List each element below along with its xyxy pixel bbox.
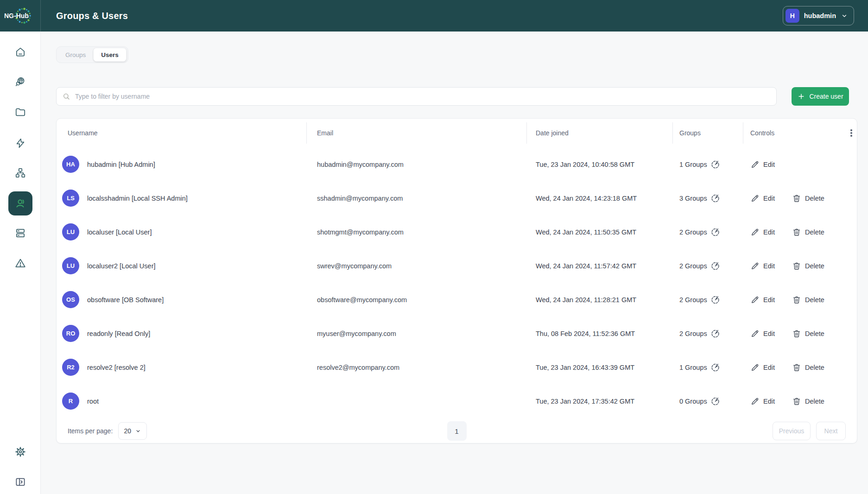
delete-trash-icon	[792, 363, 801, 372]
sidebar-item-alerts[interactable]	[12, 255, 29, 272]
sidebar-item-inventory[interactable]	[12, 225, 29, 241]
chevron-down-icon	[135, 428, 141, 434]
previous-page-button[interactable]: Previous	[773, 422, 811, 440]
date-joined-text: Wed, 24 Jan 2024, 14:23:18 GMT	[526, 195, 672, 202]
username-text: localsshadmin [Local SSH Admin]	[87, 195, 188, 202]
sidebar-item-automation[interactable]	[12, 135, 29, 152]
edit-pencil-icon	[750, 295, 760, 304]
column-header-email[interactable]: Email	[306, 119, 526, 147]
sidebar	[0, 32, 41, 494]
email-text: swrev@mycompany.com	[306, 262, 526, 270]
groups-sync-icon	[710, 261, 720, 271]
user-menu-button[interactable]: H hubadmin	[783, 6, 854, 25]
groups-count-text: 3 Groups	[679, 195, 707, 202]
delete-button[interactable]: Delete	[792, 295, 824, 304]
edit-button[interactable]: Edit	[750, 295, 775, 304]
avatar: OS	[62, 291, 79, 308]
delete-button[interactable]: Delete	[792, 194, 824, 203]
table-row: ROreadonly [Read Only]myuser@mycompany.c…	[57, 317, 857, 350]
sidebar-item-settings[interactable]	[12, 443, 29, 460]
next-page-button[interactable]: Next	[816, 422, 846, 440]
sidebar-item-folders[interactable]	[12, 104, 29, 120]
groups-sync-icon	[710, 329, 720, 338]
edit-pencil-icon	[750, 363, 760, 372]
groups-sync-icon	[710, 362, 720, 372]
edit-button[interactable]: Edit	[750, 228, 775, 237]
edit-button[interactable]: Edit	[750, 160, 775, 169]
groups-sync-clock-icon	[710, 227, 720, 237]
groups-count-text: 2 Groups	[679, 228, 707, 236]
groups-sync-clock-icon	[710, 329, 720, 338]
table-row: RrootTue, 23 Jan 2024, 17:35:42 GMT0 Gro…	[57, 384, 857, 418]
avatar: R2	[62, 359, 79, 376]
delete-button[interactable]: Delete	[792, 228, 824, 237]
groups-count-text: 2 Groups	[679, 296, 707, 304]
sidebar-item-home[interactable]	[12, 44, 29, 60]
edit-button[interactable]: Edit	[750, 363, 775, 372]
edit-button[interactable]: Edit	[750, 194, 775, 203]
create-user-button[interactable]: Create user	[792, 87, 849, 106]
edit-button[interactable]: Edit	[750, 329, 775, 338]
items-per-page-select[interactable]: 20	[118, 422, 147, 440]
search-input[interactable]	[75, 93, 771, 100]
avatar: LU	[62, 223, 79, 241]
date-joined-text: Thu, 08 Feb 2024, 11:52:36 GMT	[526, 330, 672, 337]
username-text: readonly [Read Only]	[87, 330, 150, 337]
username-filter	[56, 87, 777, 106]
search-icon	[62, 92, 71, 101]
page-title: Groups & Users	[56, 11, 128, 21]
table-row: LSlocalsshadmin [Local SSH Admin]sshadmi…	[57, 181, 857, 215]
app-logo: NG-Hub	[0, 0, 41, 32]
chevron-down-icon	[841, 12, 848, 19]
sidebar-item-topology[interactable]	[12, 165, 29, 181]
lightning-icon	[14, 137, 26, 149]
edit-button[interactable]: Edit	[750, 261, 775, 271]
user-avatar: H	[786, 9, 799, 23]
delete-trash-icon	[792, 397, 801, 406]
groups-count-text: 2 Groups	[679, 262, 707, 270]
topbar: NG-Hub Groups & Users H hubadmin	[0, 0, 868, 32]
sidebar-item-network-discovery[interactable]	[12, 74, 29, 90]
tab-users[interactable]: Users	[93, 48, 127, 62]
column-header-username[interactable]: Username	[57, 119, 306, 147]
email-text: resolve2@mycompany.com	[306, 364, 526, 371]
date-joined-text: Wed, 24 Jan 2024, 11:28:21 GMT	[526, 296, 672, 304]
groups-sync-icon	[710, 159, 720, 169]
avatar: RO	[62, 325, 79, 342]
edit-button[interactable]: Edit	[750, 397, 775, 406]
user-menu-username: hubadmin	[804, 12, 836, 19]
groups-sync-icon	[710, 193, 720, 203]
edit-pencil-icon	[750, 397, 760, 406]
table-header: Username Email Date joined Groups Contro…	[57, 119, 857, 147]
delete-button[interactable]: Delete	[792, 363, 824, 372]
groups-count-text: 1 Groups	[679, 364, 707, 371]
plus-icon	[797, 92, 805, 101]
delete-button[interactable]: Delete	[792, 261, 824, 271]
users-icon	[14, 197, 27, 210]
username-text: root	[87, 398, 99, 405]
email-text: obsoftware@mycompany.com	[306, 296, 526, 304]
date-joined-text: Tue, 23 Jan 2024, 17:35:42 GMT	[526, 398, 672, 405]
groups-sync-clock-icon	[710, 159, 720, 169]
delete-button[interactable]: Delete	[792, 397, 824, 406]
groups-sync-clock-icon	[710, 261, 720, 271]
date-joined-text: Tue, 23 Jan 2024, 16:43:39 GMT	[526, 364, 672, 371]
collapse-panel-icon	[14, 476, 26, 488]
home-icon	[14, 46, 26, 58]
tab-groups[interactable]: Groups	[58, 48, 93, 62]
groups-count-text: 0 Groups	[679, 398, 707, 405]
gear-icon	[14, 446, 26, 458]
logo-text: NG-Hub	[4, 12, 29, 19]
username-text: localuser [Local User]	[87, 228, 152, 236]
column-header-date-joined[interactable]: Date joined	[526, 119, 672, 147]
page-number-button[interactable]: 1	[447, 421, 467, 441]
username-text: obsoftware [OB Software]	[87, 296, 164, 304]
sidebar-collapse-button[interactable]	[12, 474, 29, 490]
delete-button[interactable]: Delete	[792, 329, 824, 338]
groups-sync-icon	[710, 227, 720, 237]
sort-both-icon	[337, 129, 344, 137]
avatar: LU	[62, 257, 79, 274]
sidebar-item-users[interactable]	[8, 191, 32, 215]
table-options-kebab-icon[interactable]	[849, 127, 854, 139]
servers-icon	[14, 227, 26, 239]
